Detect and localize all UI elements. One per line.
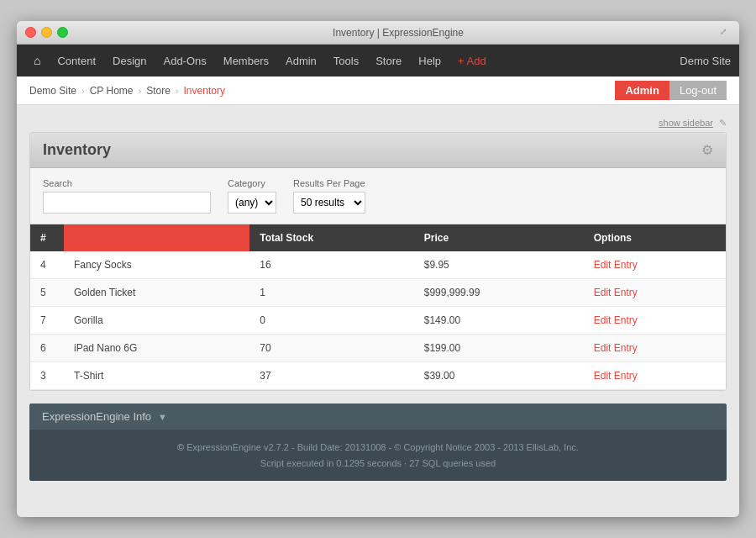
edit-entry-link[interactable]: Edit Entry xyxy=(594,314,638,326)
nav-demo-site: Demo Site xyxy=(680,55,731,67)
search-group: Search xyxy=(43,178,211,214)
cell-title: Golden Ticket xyxy=(64,279,249,307)
cell-id: 3 xyxy=(30,362,64,390)
cell-stock: 1 xyxy=(249,279,413,307)
table-row: 6iPad Nano 6G70$199.00Edit Entry xyxy=(30,335,726,362)
search-input[interactable] xyxy=(43,192,211,214)
nav-item-addons[interactable]: Add-Ons xyxy=(155,45,214,76)
results-group: Results Per Page 50 results xyxy=(293,178,365,214)
inventory-table: # Total Stock Price Options 4Fancy Socks… xyxy=(30,224,726,390)
table-body: 4Fancy Socks16$9.95Edit Entry5Golden Tic… xyxy=(30,251,726,390)
nav-item-content[interactable]: Content xyxy=(49,45,104,76)
inventory-panel: Inventory ⚙ Search Category (any) Result… xyxy=(29,132,727,391)
edit-entry-link[interactable]: Edit Entry xyxy=(594,259,638,271)
table-row: 5Golden Ticket1$999,999.99Edit Entry xyxy=(30,279,726,307)
edit-entry-link[interactable]: Edit Entry xyxy=(594,342,638,354)
breadcrumb-current: Inventory xyxy=(184,85,225,97)
close-button[interactable] xyxy=(25,27,36,38)
cell-action: Edit Entry xyxy=(584,251,726,279)
cell-action: Edit Entry xyxy=(584,279,726,307)
main-window: Inventory | ExpressionEngine ⤢ ⌂ Content… xyxy=(17,21,739,517)
col-header-price[interactable]: Price xyxy=(414,224,584,251)
breadcrumb-sep-2: › xyxy=(139,86,142,96)
category-select[interactable]: (any) xyxy=(228,192,276,214)
col-header-title[interactable] xyxy=(64,224,249,251)
nav-item-help[interactable]: Help xyxy=(410,45,449,76)
panel-header: Inventory ⚙ xyxy=(30,133,726,168)
table-row: 4Fancy Socks16$9.95Edit Entry xyxy=(30,251,726,279)
search-label: Search xyxy=(43,178,211,188)
panel-title: Inventory xyxy=(43,141,111,159)
cell-id: 7 xyxy=(30,307,64,335)
admin-badge: Admin xyxy=(615,81,669,100)
cell-price: $9.95 xyxy=(414,251,584,279)
info-panel-header: ExpressionEngine Info ▼ xyxy=(29,404,727,430)
footer-line2: Script executed in 0.1295 seconds · 27 S… xyxy=(39,456,717,472)
nav-bar: ⌂ Content Design Add-Ons Members Admin T… xyxy=(17,45,739,76)
nav-item-admin[interactable]: Admin xyxy=(277,45,325,76)
cell-id: 5 xyxy=(30,279,64,307)
main-content: show sidebar ✎ Inventory ⚙ Search Catego… xyxy=(17,105,739,517)
info-panel: ExpressionEngine Info ▼ © ExpressionEngi… xyxy=(29,404,727,481)
search-area: Search Category (any) Results Per Page 5… xyxy=(30,168,726,224)
footer-line1-text: ExpressionEngine v2.7.2 - Build Date: 20… xyxy=(186,442,579,452)
window-title: Inventory | ExpressionEngine xyxy=(76,27,720,39)
show-sidebar-row: show sidebar ✎ xyxy=(29,118,727,129)
resize-icon[interactable]: ⤢ xyxy=(720,27,731,38)
breadcrumb-store[interactable]: Store xyxy=(146,85,171,97)
results-select[interactable]: 50 results xyxy=(293,192,365,214)
cell-action: Edit Entry xyxy=(584,307,726,335)
cell-title: T-Shirt xyxy=(64,362,249,390)
footer-line1: © ExpressionEngine v2.7.2 - Build Date: … xyxy=(39,440,717,456)
nav-home-icon[interactable]: ⌂ xyxy=(25,54,49,67)
col-header-stock[interactable]: Total Stock xyxy=(249,224,413,251)
cell-title: Gorilla xyxy=(64,307,249,335)
logout-button[interactable]: Log-out xyxy=(669,81,727,100)
info-panel-title: ExpressionEngine Info xyxy=(42,410,151,423)
breadcrumb-bar: Demo Site › CP Home › Store › Inventory … xyxy=(17,76,739,105)
cell-action: Edit Entry xyxy=(584,362,726,390)
cell-title: Fancy Socks xyxy=(64,251,249,279)
table-row: 7Gorilla0$149.00Edit Entry xyxy=(30,307,726,335)
edit-entry-link[interactable]: Edit Entry xyxy=(594,287,638,298)
cell-stock: 70 xyxy=(249,335,413,362)
nav-item-design[interactable]: Design xyxy=(104,45,155,76)
table-header: # Total Stock Price Options xyxy=(30,224,726,251)
minimize-button[interactable] xyxy=(41,27,52,38)
col-header-id: # xyxy=(30,224,64,251)
cell-id: 6 xyxy=(30,335,64,362)
info-panel-arrow-icon[interactable]: ▼ xyxy=(158,412,167,422)
cell-stock: 37 xyxy=(249,362,413,390)
sidebar-icon: ✎ xyxy=(719,118,727,128)
results-label: Results Per Page xyxy=(293,178,365,188)
category-label: Category xyxy=(228,178,276,188)
breadcrumb-demo-site[interactable]: Demo Site xyxy=(29,85,76,97)
table-row: 3T-Shirt37$39.00Edit Entry xyxy=(30,362,726,390)
nav-item-tools[interactable]: Tools xyxy=(325,45,367,76)
cell-price: $39.00 xyxy=(414,362,584,390)
show-sidebar-link[interactable]: show sidebar xyxy=(659,118,713,128)
category-group: Category (any) xyxy=(228,178,276,214)
window-controls xyxy=(25,27,68,38)
col-header-options: Options xyxy=(584,224,726,251)
cell-price: $149.00 xyxy=(414,307,584,335)
maximize-button[interactable] xyxy=(57,27,68,38)
cell-stock: 16 xyxy=(249,251,413,279)
footer-ee-logo: © xyxy=(177,442,184,452)
breadcrumb-sep-1: › xyxy=(81,86,85,96)
cell-id: 4 xyxy=(30,251,64,279)
breadcrumb-cp-home[interactable]: CP Home xyxy=(90,85,134,97)
cell-title: iPad Nano 6G xyxy=(64,335,249,362)
cell-action: Edit Entry xyxy=(584,335,726,362)
nav-item-members[interactable]: Members xyxy=(215,45,277,76)
nav-item-store[interactable]: Store xyxy=(367,45,410,76)
cell-price: $999,999.99 xyxy=(414,279,584,307)
info-panel-body: © ExpressionEngine v2.7.2 - Build Date: … xyxy=(29,430,727,481)
cell-stock: 0 xyxy=(249,307,413,335)
title-bar: Inventory | ExpressionEngine ⤢ xyxy=(17,21,739,45)
breadcrumb-sep-3: › xyxy=(176,86,179,96)
nav-add-button[interactable]: + Add xyxy=(449,55,495,67)
panel-settings-icon[interactable]: ⚙ xyxy=(701,142,713,158)
cell-price: $199.00 xyxy=(414,335,584,362)
edit-entry-link[interactable]: Edit Entry xyxy=(594,370,638,382)
